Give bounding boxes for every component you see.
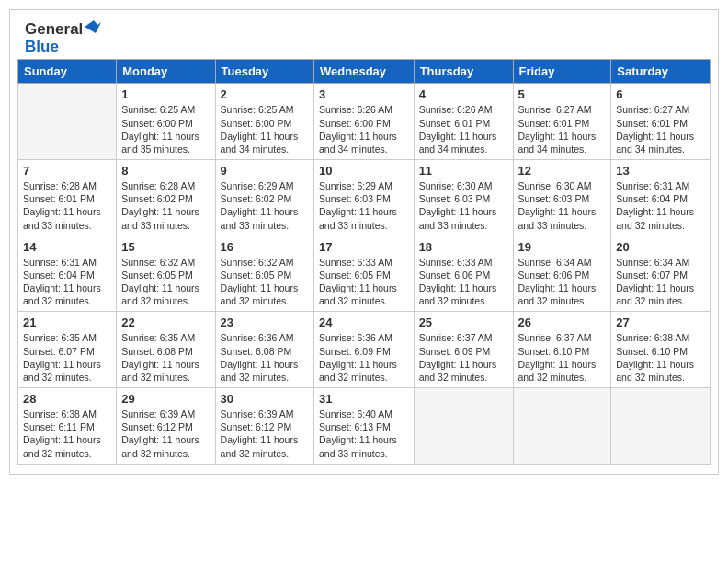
calendar-cell: 3Sunrise: 6:26 AMSunset: 6:00 PMDaylight… (314, 84, 415, 160)
day-number: 14 (23, 240, 111, 254)
day-number: 5 (518, 87, 607, 101)
day-info: Sunrise: 6:36 AMSunset: 6:08 PMDaylight:… (221, 331, 309, 384)
calendar-cell: 31Sunrise: 6:40 AMSunset: 6:13 PMDayligh… (314, 388, 415, 465)
calendar-header: SundayMondayTuesdayWednesdayThursdayFrid… (18, 60, 711, 84)
day-number: 30 (221, 392, 309, 406)
day-number: 11 (419, 164, 508, 178)
calendar-cell: 16Sunrise: 6:32 AMSunset: 6:05 PMDayligh… (215, 236, 313, 312)
day-number: 2 (221, 87, 309, 101)
weekday-header: Tuesday (215, 60, 313, 84)
day-info: Sunrise: 6:34 AMSunset: 6:06 PMDaylight:… (518, 256, 607, 308)
day-number: 20 (616, 240, 705, 254)
day-info: Sunrise: 6:30 AMSunset: 6:03 PMDaylight:… (518, 179, 607, 232)
page-container: General Blue SundayMondayTuesdayWednesda… (9, 9, 719, 475)
calendar-cell: 20Sunrise: 6:34 AMSunset: 6:07 PMDayligh… (611, 236, 711, 312)
calendar-cell (513, 388, 611, 465)
calendar-cell: 17Sunrise: 6:33 AMSunset: 6:05 PMDayligh… (314, 236, 415, 312)
day-info: Sunrise: 6:29 AMSunset: 6:03 PMDaylight:… (319, 179, 409, 232)
calendar-cell (414, 388, 513, 465)
calendar-cell: 23Sunrise: 6:36 AMSunset: 6:08 PMDayligh… (215, 312, 313, 388)
day-info: Sunrise: 6:29 AMSunset: 6:02 PMDaylight:… (221, 179, 309, 232)
weekday-header: Thursday (414, 60, 513, 84)
day-info: Sunrise: 6:26 AMSunset: 6:00 PMDaylight:… (319, 103, 409, 155)
calendar-cell: 22Sunrise: 6:35 AMSunset: 6:08 PMDayligh… (117, 312, 215, 388)
calendar-cell: 21Sunrise: 6:35 AMSunset: 6:07 PMDayligh… (18, 312, 117, 388)
calendar-cell: 13Sunrise: 6:31 AMSunset: 6:04 PMDayligh… (611, 160, 711, 236)
day-number: 31 (319, 392, 409, 406)
calendar-week-row: 1Sunrise: 6:25 AMSunset: 6:00 PMDaylight… (18, 84, 711, 160)
day-info: Sunrise: 6:40 AMSunset: 6:13 PMDaylight:… (319, 408, 409, 460)
calendar-body: 1Sunrise: 6:25 AMSunset: 6:00 PMDaylight… (18, 84, 711, 464)
calendar-cell: 29Sunrise: 6:39 AMSunset: 6:12 PMDayligh… (117, 388, 215, 465)
calendar-cell: 1Sunrise: 6:25 AMSunset: 6:00 PMDaylight… (117, 84, 215, 160)
calendar-week-row: 28Sunrise: 6:38 AMSunset: 6:11 PMDayligh… (18, 388, 711, 465)
calendar-cell: 19Sunrise: 6:34 AMSunset: 6:06 PMDayligh… (513, 236, 611, 312)
day-number: 15 (121, 240, 210, 254)
calendar-week-row: 14Sunrise: 6:31 AMSunset: 6:04 PMDayligh… (18, 236, 711, 312)
day-number: 1 (121, 87, 210, 101)
calendar-cell: 25Sunrise: 6:37 AMSunset: 6:09 PMDayligh… (414, 312, 513, 388)
day-info: Sunrise: 6:36 AMSunset: 6:09 PMDaylight:… (319, 331, 409, 384)
calendar-cell: 10Sunrise: 6:29 AMSunset: 6:03 PMDayligh… (314, 160, 415, 236)
calendar-week-row: 7Sunrise: 6:28 AMSunset: 6:01 PMDaylight… (18, 160, 711, 236)
calendar-cell: 18Sunrise: 6:33 AMSunset: 6:06 PMDayligh… (414, 236, 513, 312)
weekday-header: Saturday (611, 60, 711, 84)
day-number: 9 (221, 164, 309, 178)
calendar-cell: 27Sunrise: 6:38 AMSunset: 6:10 PMDayligh… (611, 312, 711, 388)
day-info: Sunrise: 6:34 AMSunset: 6:07 PMDaylight:… (616, 256, 705, 308)
day-number: 6 (616, 87, 705, 101)
calendar-cell: 6Sunrise: 6:27 AMSunset: 6:01 PMDaylight… (611, 84, 711, 160)
calendar-cell: 12Sunrise: 6:30 AMSunset: 6:03 PMDayligh… (513, 160, 611, 236)
calendar-cell (18, 84, 117, 160)
day-info: Sunrise: 6:37 AMSunset: 6:10 PMDaylight:… (518, 331, 607, 384)
day-info: Sunrise: 6:26 AMSunset: 6:01 PMDaylight:… (419, 103, 508, 155)
day-info: Sunrise: 6:28 AMSunset: 6:02 PMDaylight:… (121, 179, 210, 232)
day-number: 7 (23, 164, 111, 178)
calendar-cell: 4Sunrise: 6:26 AMSunset: 6:01 PMDaylight… (414, 84, 513, 160)
calendar-cell: 24Sunrise: 6:36 AMSunset: 6:09 PMDayligh… (314, 312, 415, 388)
day-info: Sunrise: 6:32 AMSunset: 6:05 PMDaylight:… (121, 256, 210, 308)
svg-marker-0 (85, 20, 101, 33)
weekday-header: Sunday (18, 60, 117, 84)
day-info: Sunrise: 6:27 AMSunset: 6:01 PMDaylight:… (518, 103, 607, 155)
day-number: 8 (121, 164, 210, 178)
day-info: Sunrise: 6:31 AMSunset: 6:04 PMDaylight:… (616, 179, 705, 232)
logo: General Blue (25, 21, 101, 55)
day-info: Sunrise: 6:38 AMSunset: 6:10 PMDaylight:… (616, 331, 705, 384)
weekday-header: Wednesday (314, 60, 415, 84)
logo-bird-icon (85, 20, 101, 33)
day-number: 26 (518, 316, 607, 329)
calendar-cell: 8Sunrise: 6:28 AMSunset: 6:02 PMDaylight… (117, 160, 215, 236)
day-number: 13 (616, 164, 705, 178)
calendar-cell: 2Sunrise: 6:25 AMSunset: 6:00 PMDaylight… (215, 84, 313, 160)
day-number: 16 (221, 240, 309, 254)
day-number: 28 (23, 392, 111, 406)
day-number: 21 (23, 316, 111, 329)
day-info: Sunrise: 6:27 AMSunset: 6:01 PMDaylight:… (616, 103, 705, 155)
day-info: Sunrise: 6:37 AMSunset: 6:09 PMDaylight:… (419, 331, 508, 384)
day-number: 25 (419, 316, 508, 329)
day-number: 19 (518, 240, 607, 254)
calendar-cell: 11Sunrise: 6:30 AMSunset: 6:03 PMDayligh… (414, 160, 513, 236)
day-number: 23 (221, 316, 309, 329)
day-info: Sunrise: 6:33 AMSunset: 6:06 PMDaylight:… (419, 256, 508, 308)
day-info: Sunrise: 6:35 AMSunset: 6:07 PMDaylight:… (23, 331, 111, 384)
day-info: Sunrise: 6:38 AMSunset: 6:11 PMDaylight:… (23, 408, 111, 460)
day-info: Sunrise: 6:39 AMSunset: 6:12 PMDaylight:… (221, 408, 309, 460)
day-number: 22 (121, 316, 210, 329)
logo-text: General Blue (25, 21, 101, 55)
day-info: Sunrise: 6:35 AMSunset: 6:08 PMDaylight:… (121, 331, 210, 384)
calendar-cell: 30Sunrise: 6:39 AMSunset: 6:12 PMDayligh… (215, 388, 313, 465)
calendar-cell: 28Sunrise: 6:38 AMSunset: 6:11 PMDayligh… (18, 388, 117, 465)
day-info: Sunrise: 6:28 AMSunset: 6:01 PMDaylight:… (23, 179, 111, 232)
day-number: 18 (419, 240, 508, 254)
calendar-cell: 7Sunrise: 6:28 AMSunset: 6:01 PMDaylight… (18, 160, 117, 236)
weekday-row: SundayMondayTuesdayWednesdayThursdayFrid… (18, 60, 711, 84)
day-info: Sunrise: 6:32 AMSunset: 6:05 PMDaylight:… (221, 256, 309, 308)
calendar-cell (611, 388, 711, 465)
day-number: 24 (319, 316, 409, 329)
calendar-cell: 15Sunrise: 6:32 AMSunset: 6:05 PMDayligh… (117, 236, 215, 312)
day-number: 10 (319, 164, 409, 178)
calendar-week-row: 21Sunrise: 6:35 AMSunset: 6:07 PMDayligh… (18, 312, 711, 388)
day-number: 3 (319, 87, 409, 101)
